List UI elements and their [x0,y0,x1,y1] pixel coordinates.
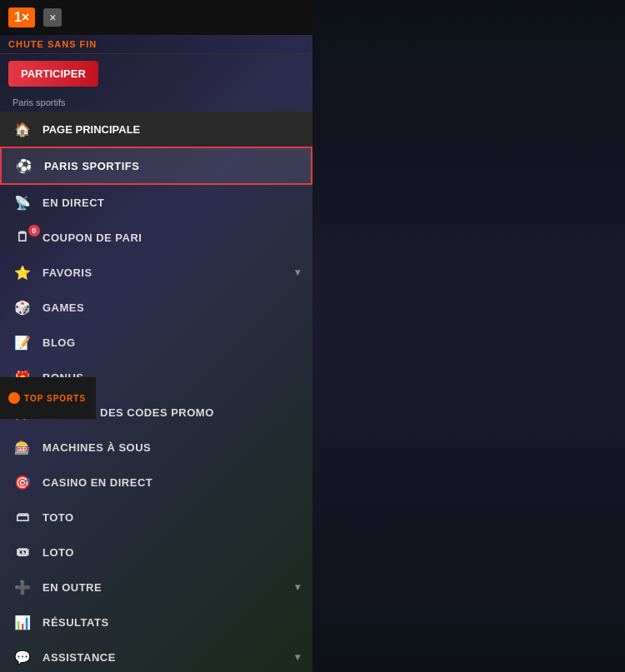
sidebar-item-label: ASSISTANCE [42,651,116,664]
sidebar-item-label: PAGE PRINCIPALE [42,123,140,136]
sidebar-item-page-principale[interactable]: 🏠 PAGE PRINCIPALE [0,112,312,147]
logo-1x: 1× [8,7,35,27]
top-sports-label: TOP SPORTS [24,394,86,403]
sidebar-item-en-direct[interactable]: 📡 EN DIRECT [0,185,312,220]
top-sports-icon [8,392,20,404]
dice-icon: 🎲 [12,297,32,317]
sidebar-item-assistance[interactable]: 💬 ASSISTANCE ▾ [0,640,312,672]
sidebar-item-label: GAMES [42,301,84,314]
sidebar-item-blog[interactable]: 📝 BLOG [0,325,312,360]
slots-icon: 🎰 [12,437,32,457]
sidebar-item-favoris[interactable]: ⭐ FAVORIS ▾ [0,255,312,290]
close-button[interactable]: × [43,8,62,27]
sidebar-item-label: EN DIRECT [42,197,105,209]
casino-icon: 🎯 [12,472,32,492]
chevron-down-icon-3: ▾ [295,651,301,663]
chat-icon: 💬 [12,647,32,667]
plus-icon: ➕ [12,577,32,597]
right-panel: 1xBit Faire un dépôt 👤 ☰ Paris sportifs … [312,0,625,672]
sidebar-item-label: FAVORIS [42,266,92,279]
sidebar-item-label: MACHINES À SOUS [42,441,151,454]
top-sports-container: TOP SPORTS [8,392,86,404]
live-icon: 📡 [12,192,32,212]
sidebar-item-label: EN OUTRE [42,581,102,594]
top-sports-section: TOP SPORTS [0,377,96,419]
sidebar-item-label: BLOG [42,336,76,349]
sidebar-item-label: PARIS SPORTIFS [44,160,139,172]
loto-icon: 🎟 [12,542,32,562]
home-icon: 🏠 [12,119,32,139]
sidebar-item-en-outre[interactable]: ➕ EN OUTRE ▾ [0,570,312,605]
sidebar-item-label: LOTO [42,546,74,559]
chevron-down-icon: ▾ [295,266,301,278]
coupon-badge: 0 [28,225,40,236]
sidebar-item-games[interactable]: 🎲 GAMES [0,290,312,325]
chevron-down-icon-2: ▾ [295,581,301,593]
results-icon: 📊 [12,612,32,632]
sidebar-item-label: CASINO EN DIRECT [42,476,152,489]
sidebar-item-coupon[interactable]: 0 🗒 COUPON DE PARI [0,220,312,255]
football-icon: ⚽ [14,156,34,176]
sidebar-item-label: COUPON DE PARI [42,231,142,244]
sidebar-item-machines[interactable]: 🎰 MACHINES À SOUS [0,430,312,465]
toto-icon: 🗃 [12,507,32,527]
left-panel: 1× × CHUTE SANS FIN PARTICIPER Paris spo… [0,0,312,672]
sidebar-item-toto[interactable]: 🗃 TOTO [0,500,312,535]
sidebar-item-label: RÉSULTATS [42,616,109,629]
right-background [312,0,625,672]
sidebar-item-loto[interactable]: 🎟 LOTO [0,535,312,570]
sidebar-item-resultats[interactable]: 📊 RÉSULTATS [0,605,312,640]
left-topbar: 1× × [0,0,312,35]
sidebar-item-label: TOTO [42,511,74,524]
sidebar-item-paris-sportifs[interactable]: ⚽ PARIS SPORTIFS [0,147,312,185]
blog-icon: 📝 [12,332,32,352]
participate-button[interactable]: PARTICIPER [8,61,98,87]
left-breadcrumb: Paris sportifs [0,93,312,112]
star-icon: ⭐ [12,262,32,282]
promo-banner: CHUTE SANS FIN [0,35,312,54]
sidebar-item-casino[interactable]: 🎯 CASINO EN DIRECT [0,465,312,500]
